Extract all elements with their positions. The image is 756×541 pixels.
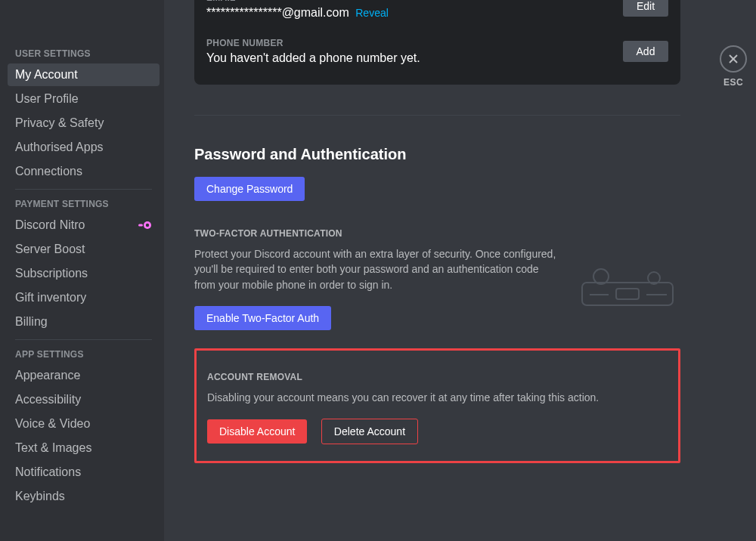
sidebar-item-my-account[interactable]: My Account <box>8 63 160 86</box>
sidebar-item-user-profile[interactable]: User Profile <box>8 88 160 110</box>
phone-row: PHONE NUMBER You haven't added a phone n… <box>206 27 668 73</box>
close-column: ESC <box>711 0 756 541</box>
settings-sidebar: USER SETTINGS My Account User Profile Pr… <box>0 0 164 541</box>
sidebar-item-privacy-safety[interactable]: Privacy & Safety <box>8 112 160 134</box>
sidebar-item-billing[interactable]: Billing <box>8 311 160 333</box>
sidebar-item-label: Billing <box>15 315 48 329</box>
sidebar-item-notifications[interactable]: Notifications <box>8 461 160 484</box>
sidebar-item-label: User Profile <box>15 92 79 106</box>
sidebar-item-label: Voice & Video <box>15 417 90 431</box>
phone-value: You haven't added a phone number yet. <box>206 51 420 65</box>
account-removal-description: Disabling your account means you can rec… <box>207 390 668 405</box>
sidebar-header-app: APP SETTINGS <box>8 346 160 363</box>
sidebar-item-text-images[interactable]: Text & Images <box>8 437 160 459</box>
add-phone-button[interactable]: Add <box>623 41 668 62</box>
sidebar-item-label: Subscriptions <box>15 267 88 280</box>
sidebar-item-label: Notifications <box>15 465 81 479</box>
email-text: ****************@gmail.com <box>206 6 349 19</box>
svg-rect-6 <box>616 289 639 299</box>
svg-point-1 <box>146 224 149 227</box>
sidebar-item-keybinds[interactable]: Keybinds <box>8 485 160 508</box>
delete-account-button[interactable]: Delete Account <box>321 419 418 444</box>
reveal-email-link[interactable]: Reveal <box>355 7 389 19</box>
close-icon <box>727 53 739 65</box>
edit-email-button[interactable]: Edit <box>623 0 668 17</box>
sidebar-item-label: Keybinds <box>15 490 65 503</box>
email-row: EMAIL ****************@gmail.com Reveal … <box>206 0 668 27</box>
email-label: EMAIL <box>206 0 389 3</box>
twofa-header: TWO-FACTOR AUTHENTICATION <box>194 228 680 239</box>
sidebar-item-label: Discord Nitro <box>15 218 85 232</box>
sidebar-item-label: Privacy & Safety <box>15 116 104 130</box>
disable-account-button[interactable]: Disable Account <box>207 419 307 444</box>
phone-label: PHONE NUMBER <box>206 38 420 48</box>
sidebar-item-label: Accessibility <box>15 393 81 407</box>
email-value: ****************@gmail.com Reveal <box>206 6 389 20</box>
account-info-card: EMAIL ****************@gmail.com Reveal … <box>194 0 680 85</box>
close-settings-button[interactable] <box>720 45 747 73</box>
esc-label: ESC <box>723 77 743 88</box>
sidebar-item-accessibility[interactable]: Accessibility <box>8 388 160 411</box>
sidebar-item-label: Server Boost <box>15 243 85 256</box>
sidebar-item-discord-nitro[interactable]: Discord Nitro <box>8 214 160 236</box>
svg-rect-2 <box>138 224 143 227</box>
account-removal-section: ACCOUNT REMOVAL Disabling your account m… <box>194 348 680 463</box>
sidebar-item-connections[interactable]: Connections <box>8 160 160 183</box>
twofa-description: Protect your Discord account with an ext… <box>194 246 559 292</box>
section-divider <box>194 115 680 116</box>
twofa-row: Protect your Discord account with an ext… <box>194 246 680 330</box>
enable-twofa-button[interactable]: Enable Two-Factor Auth <box>194 306 331 330</box>
sidebar-item-voice-video[interactable]: Voice & Video <box>8 413 160 435</box>
change-password-button[interactable]: Change Password <box>194 177 305 201</box>
account-removal-header: ACCOUNT REMOVAL <box>207 372 668 382</box>
sidebar-item-subscriptions[interactable]: Subscriptions <box>8 262 160 285</box>
nitro-badge-icon <box>138 221 152 230</box>
sidebar-item-gift-inventory[interactable]: Gift inventory <box>8 286 160 309</box>
sidebar-item-label: Connections <box>15 165 82 178</box>
password-auth-title: Password and Authentication <box>194 146 680 163</box>
sidebar-item-label: Authorised Apps <box>15 141 104 154</box>
sidebar-item-label: My Account <box>15 68 78 82</box>
sidebar-item-label: Text & Images <box>15 441 91 455</box>
sidebar-separator <box>15 189 152 190</box>
sidebar-item-label: Appearance <box>15 369 80 382</box>
sidebar-separator <box>15 339 152 340</box>
sidebar-item-label: Gift inventory <box>15 291 86 305</box>
sidebar-item-authorised-apps[interactable]: Authorised Apps <box>8 136 160 159</box>
sidebar-header-payment: PAYMENT SETTINGS <box>8 196 160 212</box>
settings-content: EMAIL ****************@gmail.com Reveal … <box>164 0 711 541</box>
sidebar-header-user: USER SETTINGS <box>8 45 160 62</box>
sidebar-item-appearance[interactable]: Appearance <box>8 364 160 387</box>
twofa-illustration <box>575 261 680 314</box>
sidebar-item-server-boost[interactable]: Server Boost <box>8 238 160 261</box>
